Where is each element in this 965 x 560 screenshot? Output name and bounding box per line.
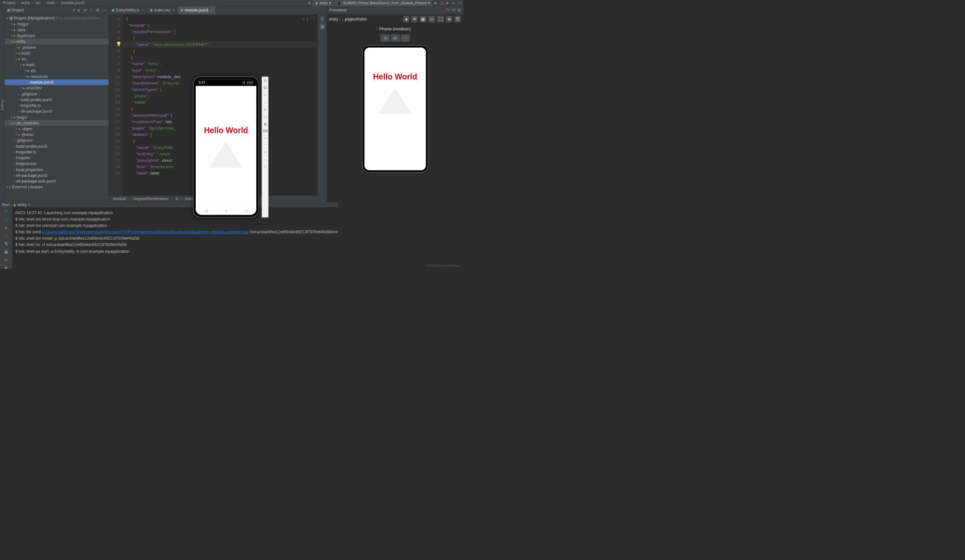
- emulator-navbar[interactable]: ◁ ○ □: [196, 207, 256, 215]
- emulator-window[interactable]: 6:27 ⟨⟩ ▯▯▯ Hello World ◁ ○ □ ☰ ⏻ ＋ － ⟳ …: [193, 77, 268, 218]
- stop-icon[interactable]: ■: [5, 225, 7, 230]
- emu-screenshot-icon[interactable]: ▢: [263, 115, 267, 119]
- tree-item-ets[interactable]: >▸ets: [5, 68, 108, 73]
- code-status[interactable]: ✓ 1 ˄ ˅: [302, 16, 315, 22]
- up-icon[interactable]: ↑: [5, 217, 7, 222]
- tree-item-hvigorfile.ts[interactable]: ▫hvigorfile.ts: [5, 149, 108, 155]
- close-icon[interactable]: ×: [172, 8, 175, 13]
- panel-title[interactable]: Project: [11, 8, 73, 13]
- target-icon[interactable]: ◎: [307, 1, 311, 5]
- emu-voldown-icon[interactable]: －: [263, 100, 267, 104]
- tree-item-hvigorfile.ts[interactable]: ▫hvigorfile.ts: [5, 103, 108, 108]
- emu-rotate-icon[interactable]: ⟳: [264, 108, 267, 112]
- tree-item-AppScope[interactable]: >▸AppScope: [5, 33, 108, 39]
- crumb-src[interactable]: src: [34, 1, 45, 5]
- run-icon[interactable]: ▶: [434, 1, 438, 5]
- run-config-dropdown[interactable]: ▲entry▾: [312, 0, 333, 6]
- settings-icon[interactable]: ⚙: [96, 8, 99, 13]
- tree-item-ohosTest[interactable]: >▸ohosTest: [5, 85, 108, 91]
- crumb-main[interactable]: main: [45, 1, 60, 5]
- view-mode-icon[interactable]: ≡: [320, 16, 324, 22]
- locate-icon[interactable]: ⊕: [77, 8, 80, 13]
- emu-location-icon[interactable]: ◉: [264, 122, 267, 126]
- emu-more-icon[interactable]: ⋯: [263, 143, 267, 147]
- project-tree[interactable]: v▣ Project [MyApplication] D:\suyou\dell…: [5, 15, 108, 202]
- emu-menu-icon[interactable]: ☰: [264, 78, 267, 82]
- emu-nav-home-icon[interactable]: ○: [264, 157, 266, 161]
- tree-item-build-profile.json5[interactable]: ▫build-profile.json5: [5, 97, 108, 103]
- tree-item-build[interactable]: >▸build: [5, 50, 108, 56]
- tab-EntryAbility.ts[interactable]: ◆EntryAbility.ts×: [109, 6, 147, 15]
- tree-item-.hvigor[interactable]: >▸.hvigor: [5, 21, 108, 27]
- font-icon[interactable]: Tт: [445, 8, 450, 13]
- emu-shake-icon[interactable]: 〰: [263, 136, 267, 140]
- tree-item-.gitignore[interactable]: ▫.gitignore: [5, 91, 108, 97]
- nav-back-icon[interactable]: ◁: [204, 208, 208, 213]
- tree-item-.idea[interactable]: >▸.idea: [5, 27, 108, 33]
- inspect-icon[interactable]: ◈: [403, 16, 409, 22]
- run-output[interactable]: 04/23 18:27:42: Launching com.example.my…: [12, 207, 338, 269]
- tree-item-oh-package.json5[interactable]: ▫oh-package.json5: [5, 108, 108, 114]
- trash-icon[interactable]: 🗑: [4, 266, 8, 269]
- tab-module.json5[interactable]: ◆module.json5×: [178, 6, 216, 15]
- more-icon[interactable]: ⋯: [401, 34, 410, 42]
- crumb-project[interactable]: Project: [2, 1, 20, 5]
- tree-item-resources[interactable]: >▸resources: [5, 73, 108, 79]
- emu-volup-icon[interactable]: ＋: [263, 93, 267, 97]
- filter-icon[interactable]: ⇅: [5, 242, 8, 247]
- tree-item-@ohos[interactable]: >▸@ohos: [5, 132, 108, 137]
- tree-item-oh-package.json5[interactable]: ▫oh-package.json5: [5, 172, 108, 178]
- tree-item-main[interactable]: v▸main: [5, 62, 108, 68]
- tree-item-oh-package-lock.json5[interactable]: ▫oh-package-lock.json5: [5, 178, 108, 184]
- emu-nav-recent-icon[interactable]: □: [264, 164, 266, 168]
- rotate-icon[interactable]: ⫿⫿: [391, 34, 400, 42]
- preview-icon[interactable]: ▦: [319, 24, 325, 30]
- crumb-file[interactable]: module.json5: [59, 1, 85, 5]
- project-tool[interactable]: Project: [0, 100, 4, 110]
- print-icon[interactable]: 🖶: [4, 250, 8, 254]
- device-dropdown[interactable]: 📱HUAWEI Phone [NewDevice_from_Huawei_Pho…: [335, 0, 432, 6]
- more-icon[interactable]: ⋯: [457, 1, 461, 5]
- tree-item-External Libraries[interactable]: >⫿External Libraries: [5, 184, 108, 190]
- hide-icon[interactable]: —: [103, 8, 106, 13]
- close-icon[interactable]: ×: [28, 202, 30, 207]
- tree-item-src[interactable]: v▸src: [5, 56, 108, 62]
- close-icon[interactable]: ×: [142, 8, 144, 13]
- crumb-entry[interactable]: entry: [20, 1, 34, 5]
- expand-icon[interactable]: ⇄: [83, 8, 87, 13]
- collapse-icon[interactable]: ÷: [90, 8, 93, 13]
- tree-item-oh_modules[interactable]: v▸oh_modules: [5, 120, 108, 126]
- menu-icon[interactable]: ☰: [454, 16, 461, 22]
- bulb-icon[interactable]: 💡: [116, 41, 122, 47]
- run-tab-name[interactable]: entry: [18, 202, 27, 207]
- emu-nav-back-icon[interactable]: ◁: [264, 150, 266, 154]
- wrap-icon[interactable]: ↩: [5, 258, 8, 263]
- tree-item-.gitignore[interactable]: ▫.gitignore: [5, 137, 108, 143]
- tree-item-local.properties[interactable]: ▫local.properties: [5, 167, 108, 172]
- back-icon[interactable]: ◁: [381, 34, 390, 42]
- tree-item-hvigorw[interactable]: ▫hvigorw: [5, 155, 108, 161]
- close-icon[interactable]: ⊟: [458, 8, 461, 13]
- debug-icon[interactable]: 🐞: [440, 1, 444, 5]
- rerun-icon[interactable]: ↻: [5, 209, 8, 214]
- tab-Index.ets[interactable]: ◆Index.ets×: [147, 6, 178, 15]
- refresh-icon[interactable]: ⟳: [452, 8, 456, 13]
- orient-icon[interactable]: ▭: [429, 16, 435, 22]
- zoom-icon[interactable]: ⊕: [446, 16, 452, 22]
- tree-item-build-profile.json5[interactable]: ▫build-profile.json5: [5, 143, 108, 149]
- tree-item-module.json5[interactable]: ▫module.json5: [5, 80, 108, 85]
- coverage-icon[interactable]: ▶: [445, 1, 450, 5]
- stop-icon[interactable]: ■: [451, 1, 456, 5]
- tree-item-entry[interactable]: v▸entry: [5, 39, 108, 44]
- tree-item-.ohpm[interactable]: >▸.ohpm: [5, 126, 108, 132]
- tree-root[interactable]: v▣ Project [MyApplication] D:\suyou\dell…: [5, 15, 108, 21]
- emu-power-icon[interactable]: ⏻: [263, 85, 267, 89]
- fit-icon[interactable]: ⛶: [437, 16, 444, 22]
- tree-item-hvigorw.bat[interactable]: ▫hvigorw.bat: [5, 161, 108, 167]
- tree-item-.preview[interactable]: >▸.preview: [5, 44, 108, 50]
- tree-item-hvigor[interactable]: >▸hvigor: [5, 114, 108, 120]
- nav-home-icon[interactable]: ○: [225, 208, 227, 213]
- grid-icon[interactable]: ▦: [419, 16, 427, 22]
- emu-keyboard-icon[interactable]: ⌨: [263, 129, 268, 133]
- down-icon[interactable]: ↓: [5, 233, 7, 238]
